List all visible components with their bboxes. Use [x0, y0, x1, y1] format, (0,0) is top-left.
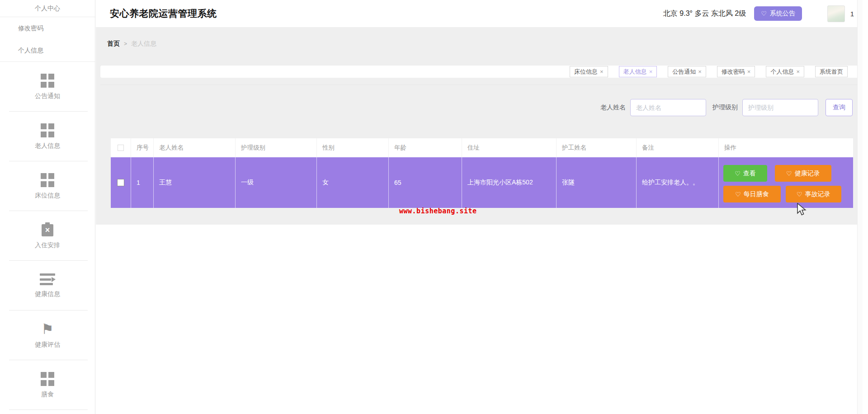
cell-age: 65 — [389, 157, 462, 208]
sidebar-item-label: 床位信息 — [35, 192, 60, 200]
column-header-name: 老人姓名 — [154, 138, 236, 157]
cell-gender: 女 — [317, 157, 389, 208]
sidebar-item-change-password[interactable]: 修改密码 — [0, 17, 95, 39]
cell-actions: ♡ 查看 ♡ 健康记录 ♡ 每日膳食 ♡ 事故记 — [719, 157, 853, 208]
app-title: 安心养老院运营管理系统 — [110, 7, 217, 20]
user-badge: 1 — [850, 10, 854, 18]
sidebar-item-personal-info[interactable]: 个人信息 — [0, 39, 95, 62]
tab-label: 系统首页 — [820, 68, 843, 76]
tab-change-password[interactable]: 修改密码 × — [717, 66, 755, 77]
tab-announcements[interactable]: 公告通知 × — [668, 66, 706, 77]
cell-remark: 给护工安排老人。。 — [637, 157, 719, 208]
topbar: 安心养老院运营管理系统 北京 9.3° 多云 东北风 2级 ♡ 系统公告 1 ▼ — [96, 0, 863, 27]
sidebar-item-health-assessment[interactable]: ⚑ 健康评估 — [0, 310, 95, 360]
heart-icon: ♡ — [786, 170, 792, 177]
close-icon[interactable]: × — [747, 68, 751, 75]
care-level-input[interactable] — [742, 99, 818, 116]
view-button[interactable]: ♡ 查看 — [723, 165, 767, 182]
elder-name-label: 老人姓名 — [600, 104, 626, 112]
system-announcement-label: 系统公告 — [770, 9, 795, 18]
heart-icon: ♡ — [797, 191, 802, 198]
elder-name-input[interactable] — [630, 99, 706, 116]
x-glyph: × — [42, 224, 53, 236]
tab-personal-info[interactable]: 个人信息 × — [766, 66, 804, 77]
list-arrow-icon — [39, 273, 56, 286]
cell-index: 1 — [131, 157, 154, 208]
column-header-index: 序号 — [131, 138, 154, 157]
clipboard-x-icon: × — [42, 222, 53, 237]
view-button-label: 查看 — [743, 169, 756, 178]
elder-table: 序号 老人姓名 护理级别 性别 年龄 住址 护工姓名 备注 操作 1 王慧 一级… — [111, 138, 853, 208]
column-header-gender: 性别 — [317, 138, 389, 157]
sidebar-item-label: 老人信息 — [35, 142, 60, 150]
table-row[interactable]: 1 王慧 一级 女 65 上海市阳光小区A栋502 张隧 给护工安排老人。。 ♡… — [111, 157, 853, 208]
grid-icon — [41, 123, 54, 137]
select-all-checkbox[interactable] — [118, 145, 124, 151]
sidebar-item-label: 膳食 — [41, 390, 54, 399]
close-icon[interactable]: × — [698, 68, 702, 75]
sidebar-item-label: 入住安排 — [35, 241, 60, 249]
close-icon[interactable]: × — [600, 68, 604, 75]
cell-name: 王慧 — [154, 157, 236, 208]
daily-meal-button-label: 每日膳食 — [744, 190, 769, 198]
table-header-row: 序号 老人姓名 护理级别 性别 年龄 住址 护工姓名 备注 操作 — [111, 138, 853, 157]
accident-record-button[interactable]: ♡ 事故记录 — [786, 186, 841, 202]
scrollbar[interactable] — [857, 0, 863, 414]
column-header-care-level: 护理级别 — [236, 138, 317, 157]
tab-elder-info[interactable]: 老人信息 × — [619, 66, 657, 77]
sidebar: 个人中心 修改密码 个人信息 公告通知 老人信息 床位信息 × 入住安排 健康信… — [0, 0, 95, 414]
cell-care-level: 一级 — [236, 157, 317, 208]
column-header-remark: 备注 — [637, 138, 719, 157]
care-level-label: 护理级别 — [712, 104, 738, 112]
avatar[interactable] — [827, 5, 845, 22]
grid-icon — [41, 173, 54, 187]
breadcrumb-separator: > — [124, 41, 127, 47]
flag-icon: ⚑ — [41, 322, 54, 336]
sidebar-item-elder-info[interactable]: 老人信息 — [0, 112, 95, 161]
column-header-actions: 操作 — [719, 138, 853, 157]
mouse-cursor — [797, 203, 808, 218]
content-area: 首页 > 老人信息 床位信息 × 老人信息 × 公告通知 × 修改密码 — [96, 27, 863, 225]
main-area: 安心养老院运营管理系统 北京 9.3° 多云 东北风 2级 ♡ 系统公告 1 ▼… — [96, 0, 863, 414]
health-record-button[interactable]: ♡ 健康记录 — [775, 165, 831, 182]
open-tabs-bar: 床位信息 × 老人信息 × 公告通知 × 修改密码 × 个人信息 × — [100, 66, 863, 78]
weather-text: 北京 9.3° 多云 东北风 2级 — [663, 9, 746, 19]
breadcrumb-home[interactable]: 首页 — [107, 40, 120, 48]
row-checkbox[interactable] — [117, 179, 124, 186]
health-record-button-label: 健康记录 — [795, 169, 820, 178]
sidebar-item-personal-center[interactable]: 个人中心 — [0, 0, 95, 17]
tab-bed-info[interactable]: 床位信息 × — [570, 66, 608, 77]
tab-label: 老人信息 — [623, 68, 647, 76]
accident-record-button-label: 事故记录 — [805, 190, 830, 198]
sidebar-item-label: 健康评估 — [35, 341, 60, 349]
heart-icon: ♡ — [735, 170, 741, 177]
tab-label: 床位信息 — [574, 68, 598, 76]
sidebar-item-label: 公告通知 — [35, 92, 60, 100]
app-window: 个人中心 修改密码 个人信息 公告通知 老人信息 床位信息 × 入住安排 健康信… — [0, 0, 868, 414]
tab-system-home[interactable]: 系统首页 — [815, 66, 848, 77]
close-icon[interactable]: × — [796, 68, 800, 75]
divider — [100, 85, 863, 85]
sidebar-item-announcements[interactable]: 公告通知 — [0, 62, 95, 112]
heart-icon: ♡ — [761, 10, 767, 17]
sidebar-item-checkin-arrangement[interactable]: × 入住安排 — [0, 211, 95, 261]
topbar-right: 北京 9.3° 多云 东北风 2级 ♡ 系统公告 1 ▼ — [663, 5, 863, 22]
daily-meal-button[interactable]: ♡ 每日膳食 — [723, 186, 781, 202]
grid-icon — [41, 74, 54, 88]
cell-caregiver: 张隧 — [557, 157, 637, 208]
site-watermark: www.bishebang.site — [399, 207, 477, 215]
tab-label: 公告通知 — [672, 68, 696, 76]
grid-icon — [41, 372, 54, 386]
query-button[interactable]: 查询 — [826, 99, 853, 116]
sidebar-item-label: 健康信息 — [35, 290, 60, 298]
breadcrumb-current: 老人信息 — [131, 40, 156, 48]
close-icon[interactable]: × — [649, 68, 653, 75]
column-header-caregiver: 护工姓名 — [557, 138, 637, 157]
heart-icon: ♡ — [735, 191, 741, 198]
column-header-age: 年龄 — [389, 138, 462, 157]
tab-label: 个人信息 — [770, 68, 794, 76]
sidebar-item-health-info[interactable]: 健康信息 — [0, 261, 95, 310]
sidebar-item-bed-info[interactable]: 床位信息 — [0, 161, 95, 211]
system-announcement-button[interactable]: ♡ 系统公告 — [754, 6, 802, 21]
sidebar-item-meals[interactable]: 膳食 — [0, 360, 95, 410]
